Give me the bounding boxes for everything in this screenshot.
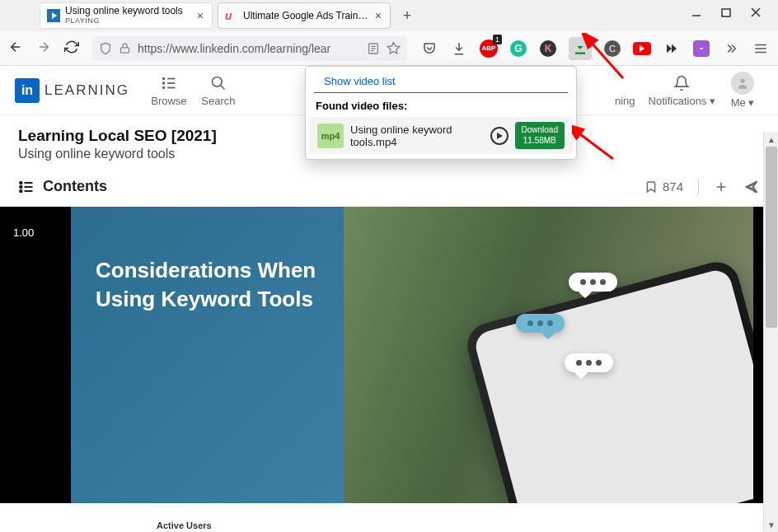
video-filename: Using online keyword tools.mp4: [350, 124, 484, 148]
window-controls: [691, 0, 778, 21]
tab-linkedin-learning[interactable]: Using online keyword tools PLAYING ×: [40, 2, 213, 29]
reader-icon[interactable]: [367, 42, 380, 55]
nav-label: Browse: [151, 95, 186, 107]
nav-learning-partial[interactable]: ning: [608, 73, 642, 107]
share-button[interactable]: [743, 179, 760, 195]
svg-point-15: [163, 87, 165, 89]
reload-button[interactable]: [64, 40, 79, 58]
video-timestamp: 1.00: [13, 226, 34, 239]
grammarly-icon[interactable]: G: [509, 40, 527, 58]
url-text: https://www.linkedin.com/learning/lear: [138, 42, 360, 55]
list-icon: [18, 179, 35, 195]
video-file-item: mp4 Using online keyword tools.mp4 Downl…: [309, 117, 573, 154]
url-bar[interactable]: https://www.linkedin.com/learning/lear: [92, 36, 407, 61]
new-tab-button[interactable]: +: [396, 4, 419, 27]
bottom-cut-text: Active Users: [157, 519, 212, 532]
chat-bubble-icon: [565, 353, 613, 372]
svg-point-19: [212, 77, 222, 87]
bookmark-icon: [644, 180, 658, 194]
scroll-down-button[interactable]: ▼: [764, 517, 778, 532]
bookmark-star-icon[interactable]: [387, 41, 401, 55]
video-slide: Considerations When Using Keyword Tools: [71, 207, 753, 503]
contents-button[interactable]: Contents: [18, 178, 107, 195]
browser-tabs: Using online keyword tools PLAYING × u U…: [0, 0, 419, 31]
svg-point-21: [740, 79, 744, 83]
chat-bubble-icon: [516, 314, 565, 333]
purple-download-icon[interactable]: [692, 40, 710, 58]
svg-marker-9: [387, 42, 399, 53]
download-button[interactable]: Download 11.58MB: [515, 122, 565, 149]
play-favicon-icon: [47, 9, 60, 22]
found-files-label: Found video files:: [306, 98, 576, 117]
close-window-button[interactable]: [750, 7, 762, 21]
content-actions: 874: [644, 179, 760, 195]
extension-icons: ABP 1 G K C: [420, 37, 770, 60]
active-users-label: Active Users: [157, 520, 212, 530]
download-icon[interactable]: [450, 40, 468, 58]
content-bar: Contents 874: [0, 170, 778, 207]
nav-notifications[interactable]: Notifications ▾: [642, 73, 722, 107]
svg-point-14: [163, 82, 165, 84]
close-tab-icon[interactable]: ×: [373, 9, 383, 22]
add-button[interactable]: [714, 180, 729, 194]
phone-graphic: [462, 257, 753, 503]
slide-image-panel: [344, 207, 753, 503]
svg-point-13: [163, 78, 165, 80]
back-button[interactable]: [8, 40, 23, 58]
video-downloader-icon[interactable]: [569, 37, 592, 60]
adblock-icon[interactable]: ABP 1: [480, 40, 498, 58]
lock-icon: [119, 42, 131, 54]
tab-title: Using online keyword tools: [65, 6, 183, 16]
adblock-badge: 1: [493, 35, 502, 44]
video-player[interactable]: 1.00 Considerations When Using Keyword T…: [0, 207, 778, 503]
forward-button[interactable]: [36, 40, 51, 58]
pocket-icon[interactable]: [420, 40, 438, 58]
chat-bubble-icon: [569, 273, 617, 292]
nav-label: ning: [615, 95, 635, 107]
minimize-button[interactable]: [691, 7, 702, 21]
maximize-button[interactable]: [720, 7, 732, 21]
hamburger-menu-icon[interactable]: [752, 40, 770, 58]
titlebar: Using online keyword tools PLAYING × u U…: [0, 0, 778, 31]
overflow-extensions-icon[interactable]: [722, 40, 740, 58]
scroll-up-button[interactable]: ▲: [764, 132, 778, 147]
udemy-favicon-icon: u: [225, 9, 238, 22]
avatar-icon: [731, 72, 754, 95]
svg-point-22: [20, 181, 22, 184]
search-icon: [210, 73, 227, 93]
svg-point-23: [20, 185, 22, 188]
tab-udemy[interactable]: u Ultimate Google Ads Training 20 ×: [218, 2, 391, 29]
shield-icon: [99, 42, 112, 55]
nav-browse[interactable]: Browse: [144, 73, 194, 107]
svg-line-20: [220, 86, 224, 90]
c-extension-icon[interactable]: C: [603, 40, 621, 58]
list-icon: [160, 73, 178, 93]
slide-heading: Considerations When Using Keyword Tools: [96, 256, 319, 314]
divider: [698, 180, 699, 194]
linkedin-logo[interactable]: in LEARNING: [15, 78, 129, 103]
download-size: 11.58MB: [522, 136, 558, 147]
linkedin-logo-text: LEARNING: [45, 82, 129, 99]
fast-forward-icon[interactable]: [663, 40, 681, 58]
youtube-icon[interactable]: [633, 40, 651, 58]
contents-label: Contents: [43, 178, 107, 195]
save-button[interactable]: 874: [644, 180, 683, 194]
preview-play-button[interactable]: [490, 127, 509, 145]
nav-label: Me ▾: [731, 96, 755, 109]
svg-rect-4: [121, 48, 129, 53]
browser-toolbar: https://www.linkedin.com/learning/lear A…: [0, 31, 778, 66]
bell-icon: [673, 73, 690, 93]
download-label: Download: [522, 125, 558, 136]
k-extension-icon[interactable]: K: [539, 40, 557, 58]
svg-point-24: [20, 189, 22, 192]
mp4-badge: mp4: [317, 124, 344, 148]
nav-search[interactable]: Search: [194, 73, 243, 107]
show-video-list-link[interactable]: Show video list: [314, 72, 568, 93]
scroll-thumb[interactable]: [766, 147, 777, 328]
tab-title: Ultimate Google Ads Training 20: [243, 10, 368, 21]
close-tab-icon[interactable]: ×: [195, 9, 205, 22]
page-scrollbar[interactable]: ▲ ▼: [763, 132, 778, 532]
nav-label: Search: [201, 95, 235, 107]
nav-me[interactable]: Me ▾: [722, 72, 763, 109]
video-letterbox-left: 1.00: [0, 207, 71, 503]
